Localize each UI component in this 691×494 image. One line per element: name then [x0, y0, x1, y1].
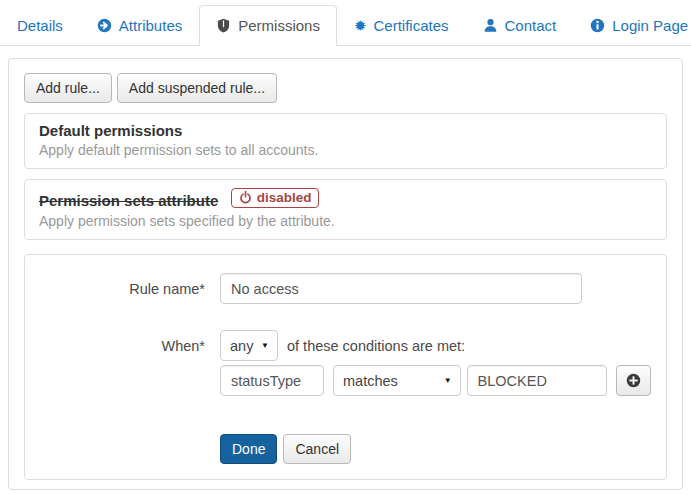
default-permissions-description: Apply default permission sets to all acc…: [39, 142, 652, 158]
condition-field-input[interactable]: [220, 365, 324, 396]
rule-name-input[interactable]: [220, 273, 582, 304]
condition-value-input[interactable]: [467, 365, 607, 396]
tab-attributes-label: Attributes: [119, 17, 182, 34]
shield-icon: [216, 18, 231, 33]
power-icon: [239, 191, 252, 204]
tab-contact[interactable]: Contact: [466, 5, 574, 46]
tab-attributes[interactable]: Attributes: [80, 5, 199, 46]
add-rule-button[interactable]: Add rule...: [24, 73, 112, 103]
condition-row: matches ▼: [40, 365, 651, 396]
rule-editor-panel: Rule name* When* any ▼ of these conditio…: [24, 254, 667, 480]
when-suffix-text: of these conditions are met:: [287, 338, 465, 354]
certificate-icon: ✹: [354, 18, 367, 33]
plus-circle-icon: [626, 373, 641, 388]
permission-sets-attribute-description: Apply permission sets specified by the a…: [39, 213, 652, 229]
permissions-tab-panel: Add rule... Add suspended rule... Defaul…: [8, 58, 683, 490]
user-icon: [483, 18, 498, 33]
tab-permissions-label: Permissions: [238, 17, 320, 34]
add-suspended-rule-button[interactable]: Add suspended rule...: [117, 73, 277, 103]
permission-sets-attribute-panel[interactable]: Permission sets attribute disabled Apply…: [24, 179, 667, 240]
when-label: When*: [40, 338, 205, 354]
cancel-button[interactable]: Cancel: [283, 434, 351, 464]
condition-operator-select[interactable]: matches ▼: [333, 365, 461, 396]
when-match-select[interactable]: any ▼: [220, 330, 278, 361]
tab-permissions[interactable]: Permissions: [199, 5, 337, 46]
add-condition-button[interactable]: [616, 365, 651, 396]
rule-toolbar: Add rule... Add suspended rule...: [24, 73, 667, 103]
tab-bar: Details Attributes Permissions ✹ Certifi…: [0, 0, 691, 46]
info-circle-icon: [590, 18, 605, 33]
chevron-down-icon: ▼: [444, 376, 452, 385]
default-permissions-title: Default permissions: [39, 122, 652, 139]
permission-sets-attribute-title: Permission sets attribute: [39, 192, 218, 209]
tab-certificates-label: Certificates: [374, 17, 449, 34]
tab-details-label: Details: [17, 17, 63, 34]
form-actions-row: Done Cancel: [40, 434, 651, 464]
tab-login-page[interactable]: Login Page: [573, 5, 691, 46]
condition-operator-selected-value: matches: [343, 373, 398, 389]
when-row: When* any ▼ of these conditions are met:: [40, 330, 651, 361]
rule-name-row: Rule name*: [40, 273, 651, 304]
tab-certificates[interactable]: ✹ Certificates: [337, 5, 466, 46]
tab-login-page-label: Login Page: [612, 17, 688, 34]
tab-contact-label: Contact: [505, 17, 557, 34]
when-match-selected-value: any: [230, 338, 253, 354]
done-button[interactable]: Done: [220, 434, 277, 464]
permission-sets-attribute-title-row: Permission sets attribute disabled: [39, 188, 652, 210]
default-permissions-panel[interactable]: Default permissions Apply default permis…: [24, 113, 667, 169]
disabled-badge-label: disabled: [257, 190, 312, 205]
arrow-circle-right-icon: [97, 18, 112, 33]
disabled-badge: disabled: [231, 188, 320, 208]
rule-name-label: Rule name*: [40, 281, 205, 297]
chevron-down-icon: ▼: [261, 341, 269, 350]
tab-details[interactable]: Details: [0, 5, 80, 46]
